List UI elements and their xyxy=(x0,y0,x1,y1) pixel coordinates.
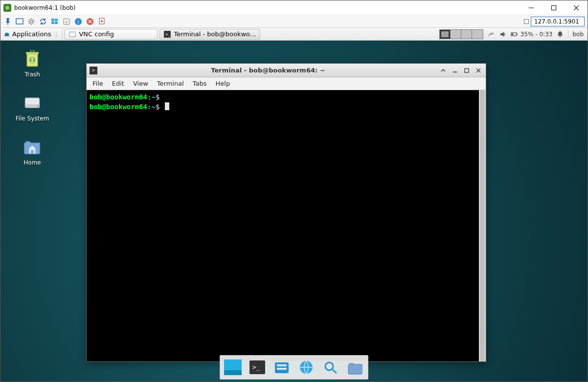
menu-edit[interactable]: Edit xyxy=(112,80,124,87)
window-icon xyxy=(69,31,76,38)
workspace-4[interactable] xyxy=(472,30,483,39)
window-rollup-button[interactable] xyxy=(439,66,448,75)
terminal-titlebar[interactable]: Terminal - bob@bookworm64: ~ xyxy=(87,64,486,77)
menu-separator-icon: ⋮ xyxy=(53,30,59,38)
menu-terminal[interactable]: Terminal xyxy=(157,80,184,87)
desktop-icon-home[interactable]: Home xyxy=(5,136,59,166)
network-icon[interactable] xyxy=(487,30,495,38)
notifications-icon[interactable] xyxy=(556,30,564,38)
svg-rect-23 xyxy=(517,34,518,35)
window-maximize-button[interactable] xyxy=(462,66,471,75)
menu-tabs[interactable]: Tabs xyxy=(193,80,207,87)
task-label: Terminal - bob@bookwo... xyxy=(174,30,256,38)
pin-icon[interactable] xyxy=(3,17,12,26)
remote-desktop[interactable]: Applications ⋮ VNC config >_ Terminal - … xyxy=(0,28,588,382)
menu-help[interactable]: Help xyxy=(216,80,230,87)
scrollbar-thumb[interactable] xyxy=(480,90,485,361)
desktop-icons: Trash File System Home xyxy=(5,48,59,166)
terminal-line: bob@bookworm64:~$ xyxy=(90,92,483,102)
svg-rect-38 xyxy=(224,370,242,375)
workspace-1[interactable] xyxy=(440,30,451,39)
menu-view[interactable]: View xyxy=(133,80,148,87)
terminal-body[interactable]: bob@bookworm64:~$ bob@bookworm64:~$ xyxy=(87,90,486,361)
host-titlebar: bookworm64:1 (bob) xyxy=(0,0,588,15)
taskbar-item-vnc-config[interactable]: VNC config xyxy=(65,29,158,40)
applications-menu[interactable]: Applications ⋮ xyxy=(0,28,63,40)
vnc-app-icon xyxy=(3,4,11,12)
svg-rect-6 xyxy=(51,19,54,21)
desktop-icon-trash[interactable]: Trash xyxy=(5,48,59,78)
svg-rect-24 xyxy=(512,33,513,35)
dock-search[interactable] xyxy=(320,358,341,377)
dock-file-manager[interactable] xyxy=(271,358,293,377)
battery-icon xyxy=(511,30,519,38)
refresh-icon[interactable] xyxy=(39,17,47,26)
dock-web-browser[interactable] xyxy=(295,358,317,377)
disconnect-icon[interactable] xyxy=(86,17,94,26)
terminal-window[interactable]: Terminal - bob@bookworm64: ~ File Edit V… xyxy=(86,63,486,362)
svg-rect-42 xyxy=(277,364,287,366)
svg-text:>_: >_ xyxy=(165,32,171,37)
battery-text: 35% - 0:33 xyxy=(520,31,553,38)
terminal-icon: >_ xyxy=(164,31,171,38)
svg-rect-19 xyxy=(69,32,75,33)
fullscreen-icon[interactable] xyxy=(15,17,24,26)
svg-rect-32 xyxy=(31,150,34,153)
svg-rect-27 xyxy=(26,52,39,54)
svg-point-31 xyxy=(37,105,39,107)
maximize-button[interactable] xyxy=(543,0,565,15)
task-label: VNC config xyxy=(79,30,114,38)
svg-rect-34 xyxy=(465,69,469,72)
xfce-panel: Applications ⋮ VNC config >_ Terminal - … xyxy=(0,28,588,41)
info-icon[interactable]: i xyxy=(74,17,83,26)
file-transfer-icon[interactable] xyxy=(97,17,106,26)
user-menu[interactable]: bob xyxy=(568,31,584,38)
scale-indicator-icon xyxy=(524,19,529,24)
minimize-button[interactable] xyxy=(520,0,543,15)
terminal-line: bob@bookworm64:~$ xyxy=(90,102,483,112)
svg-rect-8 xyxy=(51,22,54,24)
terminal-cursor xyxy=(165,102,169,110)
svg-point-45 xyxy=(325,362,333,370)
dock: >_ xyxy=(220,355,368,380)
xfce-logo-icon xyxy=(3,31,10,38)
window-minimize-button[interactable] xyxy=(451,66,459,75)
svg-text:i: i xyxy=(78,19,79,24)
window-close-button[interactable] xyxy=(474,66,483,75)
dock-show-desktop[interactable] xyxy=(222,358,244,377)
vnc-host-window: bookworm64:1 (bob) ⎋ i 127.0.0.1:5901 xyxy=(0,0,588,382)
workspace-3[interactable] xyxy=(461,30,472,39)
drive-icon xyxy=(22,92,43,113)
ctrl-alt-del-icon[interactable]: ⎋ xyxy=(62,17,71,26)
svg-rect-1 xyxy=(552,5,556,10)
applications-label: Applications xyxy=(12,30,51,38)
svg-line-46 xyxy=(332,369,337,373)
desktop-icon-filesystem[interactable]: File System xyxy=(5,92,59,122)
workspace-2[interactable] xyxy=(451,30,461,39)
trash-icon xyxy=(22,48,43,69)
svg-point-5 xyxy=(30,20,33,23)
dock-home-folder[interactable] xyxy=(344,358,366,377)
svg-text:⎋: ⎋ xyxy=(66,20,68,24)
taskbar-item-terminal[interactable]: >_ Terminal - bob@bookwo... xyxy=(159,29,260,40)
windows-key-icon[interactable] xyxy=(50,17,59,26)
vnc-toolbar: ⎋ i 127.0.0.1:5901 xyxy=(0,15,588,28)
terminal-scrollbar[interactable] xyxy=(479,90,486,361)
volume-icon[interactable] xyxy=(499,30,507,38)
icon-label: Trash xyxy=(24,71,40,78)
svg-rect-7 xyxy=(55,19,58,21)
vnc-address-input[interactable]: 127.0.0.1:5901 xyxy=(531,17,585,26)
svg-point-25 xyxy=(560,36,561,37)
battery-indicator[interactable]: 35% - 0:33 xyxy=(511,30,553,38)
terminal-window-icon xyxy=(90,67,97,74)
svg-rect-4 xyxy=(16,19,23,24)
close-button[interactable] xyxy=(565,0,588,15)
menu-file[interactable]: File xyxy=(92,80,103,87)
dock-terminal[interactable]: >_ xyxy=(247,358,268,377)
svg-text:>_: >_ xyxy=(252,363,260,371)
settings-icon[interactable] xyxy=(27,17,36,26)
icon-label: Home xyxy=(23,159,41,166)
workspace-switcher[interactable] xyxy=(439,29,483,39)
terminal-menubar: File Edit View Terminal Tabs Help xyxy=(87,77,486,90)
svg-rect-9 xyxy=(55,22,58,24)
